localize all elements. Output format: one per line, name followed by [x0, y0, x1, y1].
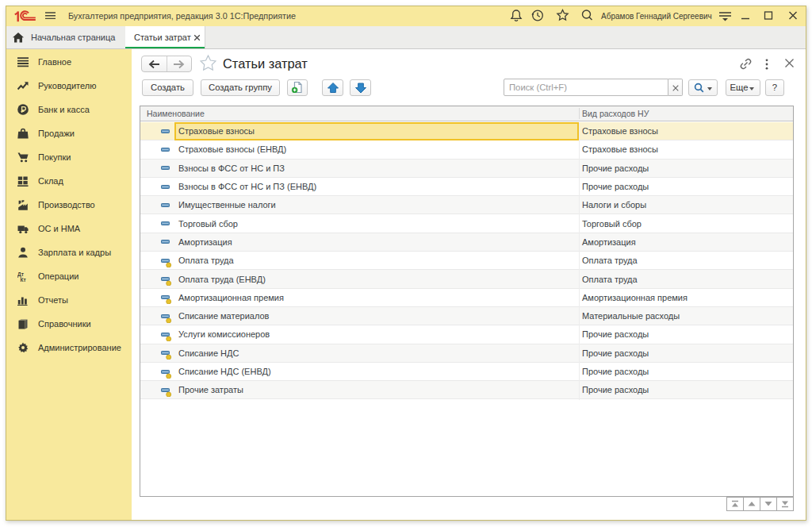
svg-text:Кт: Кт: [21, 277, 26, 282]
